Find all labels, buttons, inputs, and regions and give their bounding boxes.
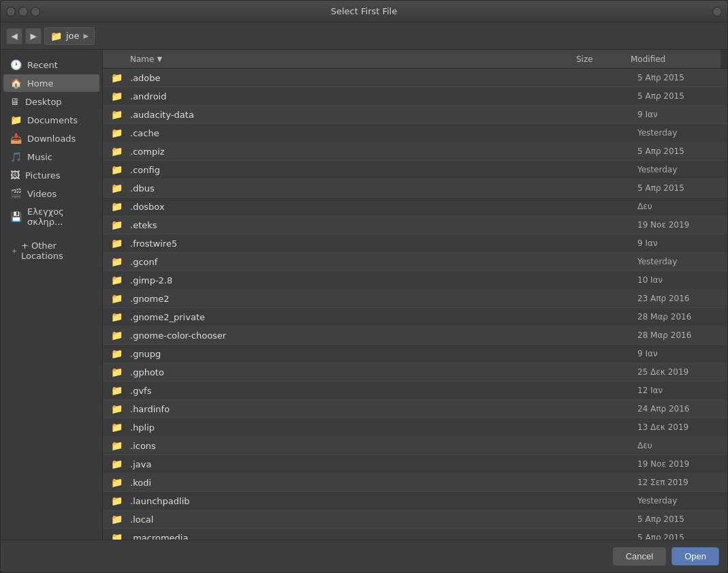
folder-icon: 📁 (103, 201, 130, 212)
sidebar-item-label-check-disk: Ελεγχος σκληρ... (27, 206, 93, 227)
title-bar: Select First File (1, 1, 727, 22)
file-modified: Yesterday (632, 128, 727, 138)
table-row[interactable]: 📁.cacheYesterday (103, 124, 727, 142)
table-row[interactable]: 📁.eteks19 Νοε 2019 (103, 216, 727, 234)
file-name: .android (130, 91, 577, 102)
documents-icon: 📁 (10, 114, 22, 125)
file-modified: 25 Δεκ 2019 (632, 367, 727, 377)
music-icon: 🎵 (10, 151, 22, 162)
file-modified: 5 Απρ 2015 (632, 146, 727, 156)
table-row[interactable]: 📁.configYesterday (103, 161, 727, 179)
home-icon: 🏠 (10, 78, 22, 89)
file-modified: Δευ (632, 441, 727, 450)
open-button[interactable]: Open (671, 547, 719, 566)
folder-icon: 📁 (103, 238, 130, 249)
table-row[interactable]: 📁.android5 Απρ 2015 (103, 87, 727, 106)
table-row[interactable]: 📁.kodi12 Σεπ 2019 (103, 474, 727, 492)
table-row[interactable]: 📁.local5 Απρ 2015 (103, 510, 727, 529)
folder-icon: 📁 (103, 532, 130, 540)
table-row[interactable]: 📁.macromedia5 Απρ 2015 (103, 529, 727, 540)
sidebar-item-label-documents: Documents (27, 115, 78, 125)
table-row[interactable]: 📁.gnupg9 Ιαν (103, 345, 727, 363)
table-row[interactable]: 📁.dbus5 Απρ 2015 (103, 179, 727, 198)
table-row[interactable]: 📁.gimp-2.810 Ιαν (103, 271, 727, 290)
table-row[interactable]: 📁.gphoto25 Δεκ 2019 (103, 363, 727, 382)
folder-icon: 📁 (103, 164, 130, 175)
file-name: .dosbox (130, 202, 577, 212)
folder-icon: 📁 (103, 183, 130, 193)
sidebar-item-pictures[interactable]: 🖼 Pictures (3, 166, 99, 184)
close-button[interactable] (6, 7, 16, 16)
cancel-button[interactable]: Cancel (613, 547, 666, 566)
folder-icon: 📁 (103, 385, 130, 396)
maximize-button[interactable] (31, 7, 40, 16)
location-text: joe (66, 31, 80, 41)
file-name: .gconf (130, 257, 577, 267)
sidebar-item-music[interactable]: 🎵 Music (3, 148, 99, 166)
back-button[interactable]: ◀ (6, 28, 22, 44)
folder-icon: 📁 (103, 293, 130, 304)
table-row[interactable]: 📁.adobe5 Απρ 2015 (103, 69, 727, 87)
sidebar-item-other-locations[interactable]: ＋ + Other Locations (3, 237, 99, 264)
table-row[interactable]: 📁.gconfYesterday (103, 253, 727, 271)
table-row[interactable]: 📁.gnome223 Απρ 2016 (103, 290, 727, 308)
table-row[interactable]: 📁.iconsΔευ (103, 437, 727, 455)
file-modified: 13 Δεκ 2019 (632, 422, 727, 432)
file-modified: Yesterday (632, 165, 727, 174)
table-row[interactable]: 📁.hardinfo24 Απρ 2016 (103, 400, 727, 418)
desktop-icon: 🖥 (10, 96, 20, 107)
file-name: .gphoto (130, 367, 577, 377)
check-disk-icon: 💾 (10, 211, 22, 222)
main-content: 🕐 Recent 🏠 Home 🖥 Desktop 📁 Documents 📥 … (1, 50, 727, 540)
file-modified: 19 Νοε 2019 (632, 220, 727, 230)
file-modified: Yesterday (632, 257, 727, 266)
sidebar: 🕐 Recent 🏠 Home 🖥 Desktop 📁 Documents 📥 … (1, 50, 103, 540)
sidebar-item-home[interactable]: 🏠 Home (3, 74, 99, 92)
minimize-button[interactable] (18, 7, 28, 16)
column-header-modified[interactable]: Modified (625, 50, 721, 68)
column-header-size[interactable]: Size (571, 50, 625, 68)
file-name: .kodi (130, 478, 577, 488)
table-row[interactable]: 📁.gnome-color-chooser28 Μαρ 2016 (103, 326, 727, 345)
file-name: .gnome2 (130, 294, 577, 304)
table-row[interactable]: 📁.gnome2_private28 Μαρ 2016 (103, 308, 727, 326)
file-modified: 12 Σεπ 2019 (632, 478, 727, 487)
sidebar-item-recent[interactable]: 🕐 Recent (3, 56, 99, 74)
table-row[interactable]: 📁.hplip13 Δεκ 2019 (103, 418, 727, 437)
folder-icon: 📁 (103, 91, 130, 102)
location-bar[interactable]: 📁 joe ▶ (44, 27, 95, 45)
folder-icon: 📁 (103, 146, 130, 157)
sidebar-item-videos[interactable]: 🎬 Videos (3, 185, 99, 202)
table-row[interactable]: 📁.audacity-data9 Ιαν (103, 106, 727, 124)
forward-button[interactable]: ▶ (25, 28, 42, 44)
file-panel: Name ▼ Size Modified 📁.adobe5 Απρ 2015📁.… (103, 50, 727, 540)
table-row[interactable]: 📁.gvfs12 Ιαν (103, 382, 727, 400)
file-name: .hardinfo (130, 404, 577, 414)
file-name: .frostwire5 (130, 238, 577, 249)
file-name: .launchpadlib (130, 496, 577, 506)
file-name: .compiz (130, 146, 577, 157)
folder-icon: 📁 (103, 109, 130, 120)
sidebar-item-desktop[interactable]: 🖥 Desktop (3, 93, 99, 110)
dialog-title: Select First File (331, 6, 397, 16)
location-folder-icon: 📁 (50, 31, 62, 42)
sidebar-item-check-disk[interactable]: 💾 Ελεγχος σκληρ... (3, 203, 99, 230)
sidebar-item-label-music: Music (27, 152, 52, 162)
file-modified: 5 Απρ 2015 (632, 183, 727, 193)
table-row[interactable]: 📁.java19 Νοε 2019 (103, 455, 727, 474)
table-row[interactable]: 📁.dosboxΔευ (103, 198, 727, 216)
sidebar-item-downloads[interactable]: 📥 Downloads (3, 129, 99, 147)
table-row[interactable]: 📁.launchpadlibYesterday (103, 492, 727, 510)
file-modified: 9 Ιαν (632, 349, 727, 358)
file-chooser-dialog: Select First File ◀ ▶ 📁 joe ▶ 🕐 Recent 🏠… (0, 0, 728, 573)
column-header-name[interactable]: Name ▼ (103, 50, 571, 68)
folder-icon: 📁 (103, 422, 130, 433)
folder-icon: 📁 (103, 127, 130, 138)
sort-arrow-icon: ▼ (157, 55, 162, 63)
title-right-button[interactable] (712, 7, 722, 16)
file-modified: 5 Απρ 2015 (632, 533, 727, 540)
table-row[interactable]: 📁.frostwire59 Ιαν (103, 234, 727, 253)
file-list: 📁.adobe5 Απρ 2015📁.android5 Απρ 2015📁.au… (103, 69, 727, 540)
table-row[interactable]: 📁.compiz5 Απρ 2015 (103, 142, 727, 161)
sidebar-item-documents[interactable]: 📁 Documents (3, 111, 99, 129)
